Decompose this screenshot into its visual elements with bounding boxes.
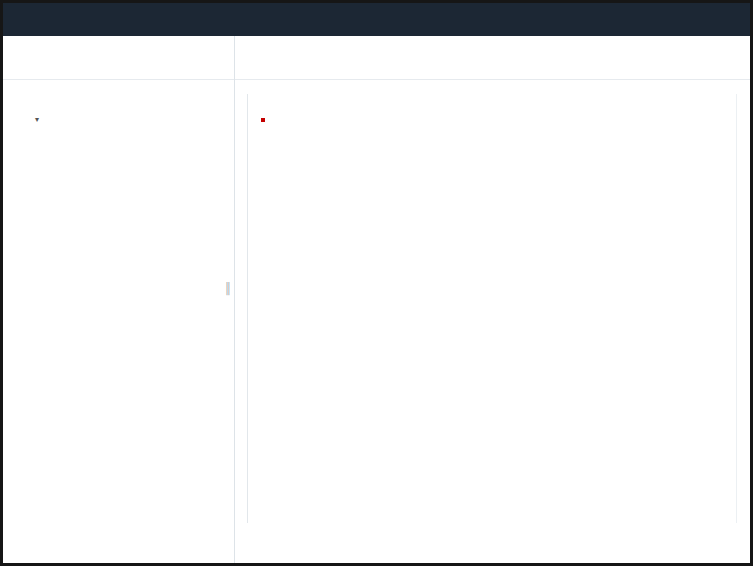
sidebar: ▾ ║ [3,36,235,563]
footer-buttons [235,523,750,563]
topbar [3,3,750,36]
sidebar-splitter[interactable]: ║ [224,282,232,294]
annotation-box [261,118,265,122]
app-title [3,80,234,97]
form [247,94,737,523]
sidebar-section-title [3,36,234,80]
chevron-down-icon: ▾ [35,115,39,124]
page-title [235,36,750,80]
actions-dropdown[interactable]: ▾ [3,97,234,124]
main-panel [235,36,750,563]
content: ▾ ║ [3,36,750,563]
